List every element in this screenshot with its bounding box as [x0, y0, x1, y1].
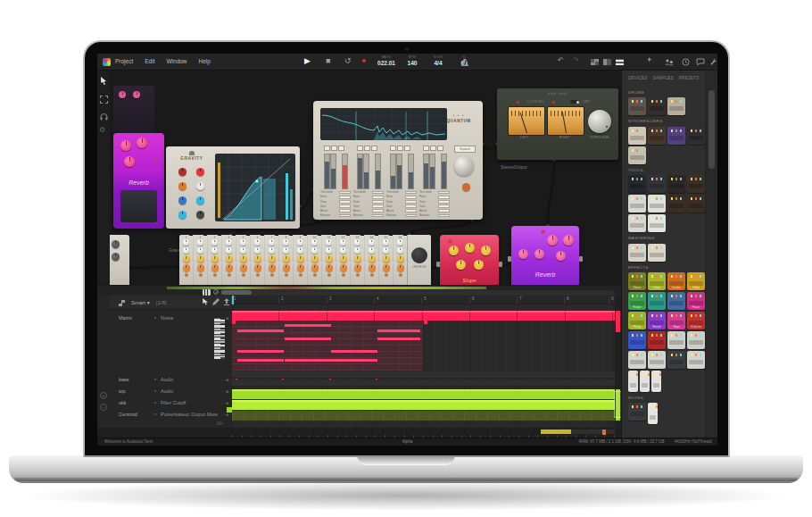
gravity-knob[interactable] [196, 196, 204, 204]
play-button[interactable]: ▶ [304, 57, 311, 65]
transport-field-value[interactable]: 4/4 [429, 61, 447, 67]
mixer-gain-knob[interactable] [311, 239, 318, 246]
mixer-aux-knob[interactable] [226, 264, 233, 271]
note[interactable] [377, 338, 420, 340]
mixer-send-knob[interactable] [340, 255, 347, 263]
mixer-channel[interactable]: 2 [194, 235, 208, 285]
mixer-aux-knob[interactable] [197, 264, 204, 271]
mixer-channel[interactable]: 16 [394, 235, 408, 285]
stop-button[interactable]: ■ [326, 57, 330, 65]
mixer-send-knob[interactable] [369, 255, 376, 263]
gravity-knob[interactable] [178, 196, 186, 204]
slope-pedal[interactable]: Slope [440, 235, 499, 285]
mixer-pan-knob[interactable] [383, 247, 389, 254]
mixer-pan-knob[interactable] [211, 247, 218, 254]
mixer-send-knob[interactable] [283, 255, 290, 263]
overview-orange-handle[interactable] [602, 429, 606, 435]
record-button[interactable]: ● [361, 57, 366, 65]
mixer-mute-dot[interactable] [327, 273, 331, 277]
mixer-gain-knob[interactable] [383, 239, 389, 246]
gravity-knob[interactable] [178, 168, 186, 176]
mixer-channel[interactable]: 9 [294, 235, 308, 285]
mixer-gain-knob[interactable] [197, 239, 203, 246]
track-name[interactable]: okk [119, 401, 127, 406]
mixer-mute-dot[interactable] [356, 273, 360, 277]
mixer-pan-knob[interactable] [240, 247, 246, 254]
mixer-mute-dot[interactable] [342, 273, 345, 277]
track-row[interactable]: bass ● Audio ○■○ [119, 376, 238, 386]
reverb2-knob[interactable] [547, 235, 558, 246]
pencil-tool-icon[interactable] [212, 298, 220, 305]
matrix-notes-clip[interactable] [232, 311, 615, 321]
mixer-pan-knob[interactable] [369, 247, 375, 254]
note[interactable] [237, 329, 284, 332]
mixer-send-knob[interactable] [183, 255, 190, 263]
mixer-aux-knob[interactable] [183, 264, 190, 271]
mixer-aux-knob[interactable] [340, 264, 347, 271]
mixer-mute-dot[interactable] [313, 273, 317, 277]
mixer-send-knob[interactable] [240, 255, 247, 263]
mixer-send-knob[interactable] [383, 255, 390, 263]
centroid-mixer-device[interactable]: 1 2 [179, 235, 431, 285]
mixer-gain-knob[interactable] [269, 239, 275, 246]
mixer-gain-knob[interactable] [254, 239, 261, 246]
reverb-pedal-left[interactable]: Reverb [113, 133, 164, 229]
quantum-strip[interactable]: ThresholdRatioKneeGainAttackRelease [353, 146, 384, 213]
transport-field-value[interactable]: 140 [403, 61, 421, 67]
undo-icon[interactable]: ↶ [558, 57, 564, 64]
track-row-icons[interactable]: ○■○ [221, 389, 235, 394]
zoom-in-button[interactable]: + [100, 392, 107, 399]
track-row[interactable]: okk ● Filter Cutoff ○■○ [119, 399, 238, 409]
mixer-pan-knob[interactable] [397, 247, 403, 254]
track-row[interactable]: top ● Audio ○■○ [119, 388, 238, 397]
mixer-gain-knob[interactable] [297, 239, 303, 246]
background-pedal[interactable] [113, 86, 154, 138]
piano-view-icon[interactable] [203, 289, 211, 296]
transport-field[interactable]: SIGN 4/4 [429, 56, 447, 67]
automation-clip-a[interactable] [232, 389, 615, 399]
slope-knob[interactable] [474, 260, 484, 270]
track-name[interactable]: Centroid [119, 413, 137, 418]
mixer-gain-knob[interactable] [354, 239, 360, 246]
mixer-channel[interactable]: 3 [208, 235, 222, 285]
track-row-icons[interactable]: ○■○ [221, 413, 235, 417]
timeline-ruler[interactable] [232, 296, 621, 304]
mixer-mute-dot[interactable] [270, 273, 274, 277]
mixer-gain-knob[interactable] [240, 239, 246, 246]
history-clock-icon[interactable] [682, 58, 690, 66]
quantum-strip[interactable]: ThresholdRatioKneeGainAttackRelease [320, 146, 351, 213]
menu-item[interactable]: Window [166, 59, 186, 65]
quantum-mode-knob[interactable] [462, 183, 470, 191]
audio-row-bass[interactable] [232, 371, 615, 379]
mixer-mute-dot[interactable] [199, 273, 203, 277]
note[interactable] [377, 329, 420, 332]
slope-knob[interactable] [456, 260, 466, 270]
reverb2-knob[interactable] [518, 249, 528, 259]
menu-item[interactable]: Edit [145, 59, 154, 65]
quantum-expand-button[interactable]: Expand [454, 146, 476, 153]
mixer-gain-knob[interactable] [226, 239, 232, 246]
output-level-knob[interactable] [588, 110, 611, 133]
note[interactable] [331, 350, 377, 353]
mixer-pan-knob[interactable] [183, 247, 189, 254]
piano-roll-region[interactable] [232, 321, 423, 371]
audio-row-top[interactable] [232, 379, 615, 387]
quantum-strip[interactable]: ThresholdRatioKneeGainAttackRelease [419, 146, 450, 213]
layout-split-icon[interactable] [603, 59, 611, 65]
transport-field[interactable]: BPM 140 [403, 56, 421, 67]
gravity-knob[interactable] [178, 211, 186, 219]
mixer-pan-knob[interactable] [283, 247, 289, 254]
mixer-pan-knob[interactable] [311, 247, 318, 254]
playhead[interactable] [232, 296, 234, 304]
mixer-aux-knob[interactable] [211, 264, 219, 271]
zoom-out-button[interactable]: − [100, 404, 107, 411]
mixer-mute-dot[interactable] [185, 273, 188, 277]
mixer-pan-knob[interactable] [254, 247, 261, 254]
track-name[interactable]: Matrix [119, 316, 132, 321]
mixer-channel[interactable]: 13 [351, 235, 365, 285]
mixer-send-knob[interactable] [254, 255, 261, 263]
mixer-send-knob[interactable] [397, 255, 404, 263]
gravity-knob[interactable] [196, 168, 204, 176]
gravity-knob[interactable] [196, 182, 204, 190]
mixer-channel[interactable]: 10 [308, 235, 322, 285]
